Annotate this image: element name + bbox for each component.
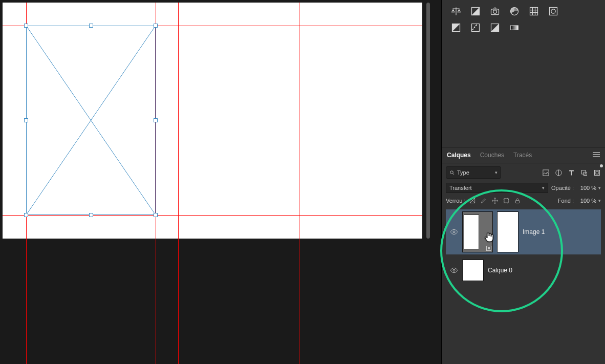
threshold-icon[interactable] [490, 23, 500, 33]
guide-horizontal[interactable] [3, 215, 422, 216]
balance-icon[interactable] [451, 6, 461, 16]
lock-all-icon[interactable] [514, 197, 521, 204]
panel-menu-icon[interactable] [593, 152, 600, 159]
layer-row[interactable]: Calque 0 [446, 258, 601, 283]
canvas-area[interactable] [0, 0, 441, 364]
svg-point-25 [453, 269, 455, 271]
grid-icon[interactable] [529, 6, 539, 16]
layer-row[interactable]: Image 1 [446, 209, 601, 254]
camera-icon[interactable] [490, 6, 500, 16]
svg-rect-7 [530, 8, 538, 15]
photo-filter-icon[interactable] [548, 6, 558, 16]
fill-label: Fond : [558, 198, 574, 204]
layer-thumbnail[interactable] [462, 260, 484, 281]
transform-handle-bottom-left[interactable] [24, 213, 28, 217]
posterize-icon[interactable] [470, 23, 481, 33]
app-root: Calques Couches Tracés Type ▾ [0, 0, 605, 364]
svg-rect-18 [584, 172, 587, 175]
adjustments-row-1 [442, 0, 605, 20]
transform-handle-top-left[interactable] [24, 24, 28, 28]
transform-handle-mid-left[interactable] [24, 118, 28, 122]
adjustments-row-2 [442, 20, 605, 37]
svg-rect-23 [515, 200, 519, 203]
guide-vertical[interactable] [156, 3, 156, 364]
hue-wheel-icon[interactable] [509, 6, 520, 16]
svg-point-14 [450, 170, 453, 174]
visibility-eye-icon[interactable] [450, 266, 458, 274]
lock-position-icon[interactable] [491, 197, 499, 204]
filter-adjustment-icon[interactable] [555, 169, 563, 177]
selection-outline [26, 26, 156, 215]
lock-artboard-icon[interactable] [503, 197, 510, 204]
lock-transparency-icon[interactable] [469, 197, 476, 204]
tab-channels[interactable]: Couches [480, 152, 504, 159]
svg-point-24 [453, 231, 455, 233]
filter-type-label: Type [457, 169, 469, 176]
invert-icon[interactable] [451, 23, 461, 33]
blend-mode-select[interactable]: Transfert ▾ [446, 183, 548, 193]
svg-point-5 [493, 10, 497, 14]
layers-panel-tabs: Calques Couches Tracés [442, 147, 605, 163]
filter-pixel-icon[interactable] [542, 169, 550, 177]
lock-label: Verrou : [446, 198, 466, 204]
chevron-down-icon: ▾ [542, 185, 545, 190]
guide-vertical[interactable] [299, 3, 299, 364]
svg-rect-19 [595, 170, 600, 175]
guide-vertical[interactable] [178, 3, 179, 364]
transform-handle-bottom-right[interactable] [154, 213, 158, 217]
transform-handle-bottom-mid[interactable] [89, 213, 93, 217]
layer-name[interactable]: Image 1 [523, 228, 545, 235]
filter-toggle[interactable] [600, 164, 603, 167]
exposure-icon[interactable] [470, 6, 481, 16]
search-icon [449, 170, 455, 176]
filter-type-select[interactable]: Type ▾ [446, 166, 501, 179]
svg-rect-13 [511, 26, 518, 30]
filter-smartobject-icon[interactable] [593, 169, 601, 177]
smart-object-badge-icon [486, 246, 491, 251]
svg-point-9 [551, 9, 555, 13]
svg-rect-11 [472, 24, 480, 32]
blend-row: Transfert ▾ Opacité : 100 % ▾ [442, 181, 605, 195]
gradient-map-icon[interactable] [509, 23, 520, 33]
fill-dropdown-icon[interactable]: ▾ [598, 198, 601, 203]
lock-paint-icon[interactable] [480, 197, 487, 204]
transform-handle-mid-right[interactable] [154, 118, 158, 122]
blend-mode-value: Transfert [449, 185, 472, 191]
svg-rect-8 [550, 8, 557, 15]
layer-thumbnail-smartobject[interactable] [462, 211, 493, 252]
layer-filter-row: Type ▾ [442, 163, 605, 181]
opacity-label: Opacité : [551, 185, 574, 191]
layers-list: Image 1 Calque 0 [442, 206, 605, 364]
filter-shape-icon[interactable] [580, 169, 588, 177]
transform-handle-top-mid[interactable] [89, 24, 93, 28]
opacity-value[interactable]: 100 % [576, 185, 596, 191]
svg-rect-22 [504, 199, 508, 203]
visibility-eye-icon[interactable] [450, 228, 458, 236]
layer-name[interactable]: Calque 0 [488, 267, 512, 274]
vertical-scrollbar[interactable] [426, 3, 430, 239]
transform-handle-top-right[interactable] [154, 24, 158, 28]
layer-mask-thumbnail[interactable] [497, 211, 518, 252]
filter-type-text-icon[interactable] [568, 169, 575, 177]
tab-layers[interactable]: Calques [447, 152, 471, 159]
svg-rect-20 [596, 172, 598, 174]
chevron-down-icon: ▾ [495, 170, 498, 175]
lock-row: Verrou : Fond : 100 % ▾ [442, 195, 605, 206]
transform-selection[interactable] [26, 26, 156, 215]
right-sidebar: Calques Couches Tracés Type ▾ [441, 0, 605, 364]
opacity-dropdown-icon[interactable]: ▾ [598, 185, 601, 190]
tab-paths[interactable]: Tracés [513, 152, 532, 159]
fill-value[interactable]: 100 % [576, 198, 596, 204]
